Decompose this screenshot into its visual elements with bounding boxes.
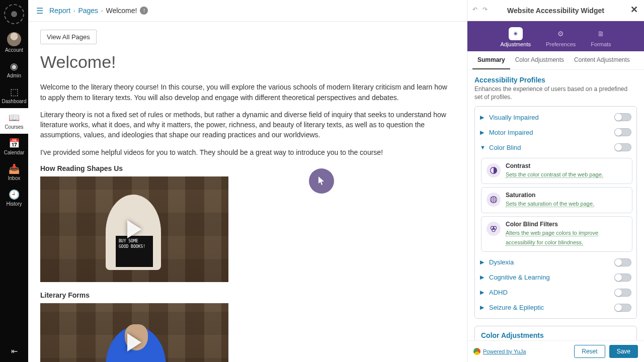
- main-area: ☰ Report › Pages › Welcome! ! View All P…: [28, 0, 467, 362]
- profile-dyslexia[interactable]: ▶ Dyslexia: [479, 255, 632, 270]
- toggle[interactable]: [614, 258, 631, 266]
- nav-label: Courses: [5, 124, 23, 130]
- tab-formats[interactable]: 🗎 Formats: [588, 25, 614, 49]
- widget-title: Website Accessibility Widget: [507, 7, 604, 15]
- cursor-indicator: [309, 168, 334, 194]
- avatar-icon: [7, 32, 21, 46]
- chevron-down-icon: ▼: [480, 144, 489, 150]
- toggle[interactable]: [614, 128, 631, 136]
- subtab-summary[interactable]: Summary: [472, 51, 510, 69]
- nav-collapse[interactable]: ⇤: [11, 340, 18, 362]
- subitem-contrast[interactable]: Contrast Sets the color contrast of the …: [481, 158, 632, 184]
- calendar-icon: 📅: [9, 138, 20, 149]
- crumb-pages[interactable]: Pages: [78, 7, 98, 15]
- toggle[interactable]: [614, 274, 631, 282]
- sub-name: Color Blind Filters: [506, 221, 627, 228]
- nav-dashboard[interactable]: ⬚ Dashboard: [0, 82, 28, 108]
- intro-para-3: I've provided some helpful videos for yo…: [40, 147, 455, 157]
- sub-desc: Sets the saturation of the web page.: [506, 201, 594, 207]
- sub-name: Contrast: [506, 162, 603, 169]
- nav-history[interactable]: 🕘 History: [0, 185, 28, 211]
- video-2[interactable]: [40, 303, 228, 362]
- global-nav: Account ◉ Admin ⬚ Dashboard 📖 Courses 📅 …: [0, 0, 28, 362]
- widget-subtabs: Summary Color Adjustments Content Adjust…: [467, 51, 644, 70]
- preferences-icon: ⚙: [554, 27, 568, 40]
- nav-label: Admin: [7, 73, 21, 78]
- toggle[interactable]: [614, 143, 631, 151]
- chevron-right-icon: ›: [101, 8, 103, 14]
- save-button[interactable]: Save: [609, 345, 638, 358]
- nav-label: Account: [5, 47, 23, 53]
- video-sign: BUY SOME GOOD BOOKS!: [116, 236, 153, 267]
- tab-adjustments[interactable]: ✴ Adjustments: [497, 25, 534, 49]
- profiles-heading: Accessibility Profiles: [474, 76, 637, 84]
- nav-label: Calendar: [4, 150, 25, 155]
- widget-body[interactable]: Accessibility Profiles Enhances the expe…: [467, 70, 644, 340]
- hamburger-icon[interactable]: ☰: [36, 6, 43, 16]
- nav-calendar[interactable]: 📅 Calendar: [0, 134, 28, 159]
- tab-preferences[interactable]: ⚙ Preferences: [543, 25, 579, 49]
- nav-label: Inbox: [8, 175, 20, 181]
- profile-label: Cognitive & Learning: [489, 274, 614, 281]
- admin-icon: ◉: [10, 61, 18, 72]
- profiles-list: ▶ Visually Impaired ▶ Motor Impaired ▼ C…: [474, 106, 637, 318]
- color-adjustments-heading: Color Adjustments: [481, 331, 630, 339]
- profile-cognitive-learning[interactable]: ▶ Cognitive & Learning: [479, 270, 632, 285]
- intro-para-2: Literary theory is not a fixed set of ru…: [40, 110, 455, 140]
- formats-icon: 🗎: [594, 27, 608, 40]
- powered-by-link[interactable]: Powered by YuJa: [473, 348, 526, 355]
- chevron-right-icon: ▶: [480, 259, 489, 265]
- widget-tabs: ✴ Adjustments ⚙ Preferences 🗎 Formats: [467, 21, 644, 51]
- profile-visually-impaired[interactable]: ▶ Visually Impaired: [479, 110, 632, 125]
- chevron-right-icon: ▶: [480, 274, 489, 281]
- profile-seizure-epileptic[interactable]: ▶ Seizure & Epileptic: [479, 300, 632, 315]
- tab-label: Preferences: [546, 41, 576, 47]
- app-logo[interactable]: [4, 4, 24, 24]
- adjustments-icon: ✴: [509, 27, 523, 40]
- chevron-right-icon: ▶: [480, 304, 489, 311]
- breadcrumb: Report › Pages › Welcome! !: [49, 7, 148, 15]
- sub-name: Saturation: [506, 192, 594, 199]
- close-icon[interactable]: ✕: [630, 4, 638, 15]
- profile-adhd[interactable]: ▶ ADHD: [479, 285, 632, 300]
- profile-label: Dyslexia: [489, 258, 614, 266]
- chevron-right-icon: ›: [73, 8, 75, 14]
- view-all-pages-button[interactable]: View All Pages: [40, 30, 97, 44]
- profiles-desc: Enhances the experience of users based o…: [474, 85, 637, 101]
- page-content: View All Pages Welcome! Welcome to the l…: [28, 22, 467, 362]
- tab-label: Formats: [591, 41, 611, 47]
- subtab-color-adjustments[interactable]: Color Adjustments: [510, 51, 569, 69]
- undo-icon[interactable]: ↶: [472, 6, 477, 13]
- nav-label: History: [6, 201, 22, 207]
- nav-inbox[interactable]: 📥 Inbox: [0, 159, 28, 185]
- reset-button[interactable]: Reset: [574, 345, 605, 358]
- nav-courses[interactable]: 📖 Courses: [0, 108, 28, 134]
- accessibility-badge-icon[interactable]: !: [140, 7, 148, 15]
- profile-label: Seizure & Epileptic: [489, 304, 614, 311]
- crumb-current: Welcome!: [106, 7, 137, 15]
- widget-footer: Powered by YuJa Reset Save: [467, 340, 644, 362]
- profile-label: Color Blind: [489, 144, 614, 151]
- subtab-content-adjustments[interactable]: Content Adjustments: [569, 51, 635, 69]
- intro-para-1: Welcome to the literary theory course! I…: [40, 82, 455, 103]
- toggle[interactable]: [614, 289, 631, 297]
- nav-admin[interactable]: ◉ Admin: [0, 57, 28, 82]
- nav-account[interactable]: Account: [0, 28, 28, 57]
- page-title: Welcome!: [40, 52, 455, 72]
- subitem-color-blind-filters[interactable]: Color Blind Filters Alters the web page …: [481, 216, 632, 252]
- profile-motor-impaired[interactable]: ▶ Motor Impaired: [479, 125, 632, 140]
- profile-color-blind[interactable]: ▼ Color Blind: [479, 140, 632, 155]
- video-2-title: Literary Forms: [40, 291, 455, 299]
- sub-desc: Sets the color contrast of the web page.: [506, 171, 603, 178]
- play-icon: [127, 333, 141, 351]
- courses-icon: 📖: [9, 112, 20, 123]
- redo-icon[interactable]: ↷: [482, 6, 488, 13]
- subitem-saturation[interactable]: Saturation Sets the saturation of the we…: [481, 187, 632, 213]
- video-1[interactable]: BUY SOME GOOD BOOKS!: [40, 176, 228, 282]
- toggle[interactable]: [614, 304, 631, 312]
- yuja-logo-icon: [473, 348, 480, 355]
- profile-label: ADHD: [489, 289, 614, 296]
- crumb-report[interactable]: Report: [49, 7, 70, 15]
- topbar: ☰ Report › Pages › Welcome! !: [28, 0, 467, 22]
- toggle[interactable]: [614, 113, 631, 121]
